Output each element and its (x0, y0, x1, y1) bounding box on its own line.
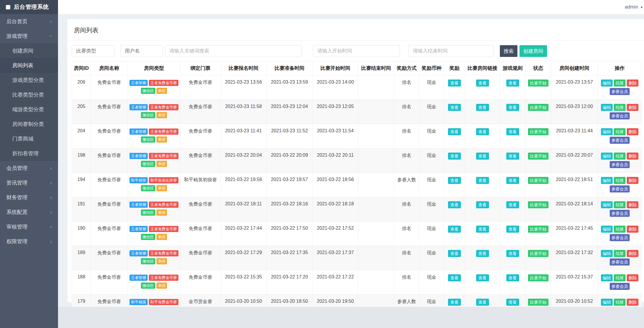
view-link-button[interactable]: 查看 (476, 201, 489, 208)
members-button[interactable]: 参赛会员 (610, 283, 630, 290)
sidebar-subitem-1[interactable]: 创建房间 (0, 43, 58, 58)
view-reward-button[interactable]: 查看 (448, 226, 461, 233)
delete-button[interactable]: 删除 (627, 299, 638, 306)
end-time-input[interactable] (408, 45, 494, 57)
view-reward-button[interactable]: 查看 (448, 153, 461, 160)
edit-button[interactable]: 编辑 (601, 201, 613, 208)
sidebar-subitem-4[interactable]: 比赛类型分类 (0, 87, 58, 102)
view-link-button[interactable]: 查看 (476, 104, 489, 111)
sidebar-subitem-6[interactable]: 房间赛制分类 (0, 117, 58, 131)
cell-room-id: 189 (72, 246, 91, 270)
settle-button[interactable]: 结算 (614, 250, 626, 257)
cell-currency: 现金 (420, 75, 444, 100)
create-room-button[interactable]: 创建房间 (519, 45, 547, 57)
delete-button[interactable]: 删除 (627, 274, 638, 281)
delete-button[interactable]: 删除 (627, 201, 638, 208)
view-reward-button[interactable]: 查看 (448, 128, 461, 135)
cell-end-time (358, 197, 394, 222)
view-rules-button[interactable]: 查看 (506, 226, 519, 233)
sidebar-item-3[interactable]: 会员管理› (0, 161, 58, 175)
delete-button[interactable]: 删除 (627, 104, 638, 111)
view-link-button[interactable]: 查看 (476, 250, 489, 257)
members-button[interactable]: 参赛会员 (610, 185, 630, 192)
settle-button[interactable]: 结算 (614, 153, 626, 160)
edit-button[interactable]: 编辑 (601, 299, 613, 306)
sidebar-item-4[interactable]: 资讯管理› (0, 175, 58, 190)
view-link-button[interactable]: 查看 (476, 177, 489, 184)
view-rules-button[interactable]: 查看 (506, 104, 519, 111)
view-link-button[interactable]: 查看 (476, 274, 489, 281)
view-rules-button[interactable]: 查看 (506, 299, 519, 306)
settle-button[interactable]: 结算 (614, 104, 626, 111)
view-rules-button[interactable]: 查看 (506, 177, 519, 184)
members-button[interactable]: 参赛会员 (610, 258, 630, 266)
sidebar-subitem-2[interactable]: 房间列表 (0, 58, 58, 73)
settle-button[interactable]: 结算 (614, 299, 626, 306)
view-reward-button[interactable]: 查看 (448, 299, 461, 306)
members-button[interactable]: 参赛会员 (610, 234, 630, 241)
start-time-input[interactable] (313, 45, 400, 57)
edit-button[interactable]: 编辑 (601, 104, 613, 111)
members-button[interactable]: 参赛会员 (610, 161, 630, 168)
room-type-tag: 王者荣耀 (130, 104, 148, 110)
view-rules-button[interactable]: 查看 (506, 80, 519, 87)
match-type-select[interactable]: 比赛类型 (72, 45, 115, 57)
delete-button[interactable]: 删除 (627, 226, 638, 233)
sidebar-item-2[interactable]: 游戏管理› (0, 29, 58, 43)
view-reward-button[interactable]: 查看 (448, 80, 461, 87)
edit-button[interactable]: 编辑 (601, 177, 613, 184)
delete-button[interactable]: 删除 (627, 128, 638, 135)
edit-button[interactable]: 编辑 (601, 226, 613, 233)
edit-button[interactable]: 编辑 (601, 128, 613, 135)
sidebar-item-5[interactable]: 财务管理› (0, 190, 58, 205)
sidebar-subitem-7[interactable]: 门票商城 (0, 131, 58, 146)
username-select[interactable]: 用户名 (120, 45, 163, 57)
members-button[interactable]: 参赛会员 (610, 137, 630, 144)
view-link-button[interactable]: 查看 (476, 226, 489, 233)
sidebar-subitem-8[interactable]: 折扣卷管理 (0, 146, 58, 161)
view-reward-button[interactable]: 查看 (448, 250, 461, 257)
user-menu[interactable]: admin ▾ (625, 4, 643, 10)
view-link-button[interactable]: 查看 (476, 80, 489, 87)
delete-button[interactable]: 删除 (627, 250, 638, 257)
sidebar-item-7[interactable]: 审核管理› (0, 219, 58, 234)
delete-button[interactable]: 删除 (627, 80, 638, 87)
view-rules-button[interactable]: 查看 (506, 153, 519, 160)
view-link-button[interactable]: 查看 (476, 299, 489, 306)
members-button[interactable]: 参赛会员 (610, 88, 630, 95)
room-type-tag: 和平精英 (130, 177, 148, 183)
view-rules-button[interactable]: 查看 (506, 274, 519, 281)
settle-button[interactable]: 结算 (614, 177, 626, 184)
view-rules-button[interactable]: 查看 (506, 250, 519, 257)
sidebar-item-6[interactable]: 系统配置› (0, 205, 58, 219)
sidebar-item-8[interactable]: 权限管理› (0, 234, 58, 249)
keyword-input[interactable] (165, 45, 302, 57)
settle-button[interactable]: 结算 (614, 201, 626, 208)
delete-button[interactable]: 删除 (627, 177, 638, 184)
view-rules-button[interactable]: 查看 (506, 128, 519, 135)
edit-button[interactable]: 编辑 (601, 153, 613, 160)
view-reward-button[interactable]: 查看 (448, 104, 461, 111)
settle-button[interactable]: 结算 (614, 128, 626, 135)
view-reward-button[interactable]: 查看 (448, 201, 461, 208)
edit-button[interactable]: 编辑 (601, 250, 613, 257)
settle-button[interactable]: 结算 (614, 274, 626, 281)
search-button[interactable]: 搜索 (500, 45, 517, 57)
view-reward-button[interactable]: 查看 (448, 274, 461, 281)
view-reward-button[interactable]: 查看 (448, 177, 461, 184)
edit-button[interactable]: 编辑 (601, 274, 613, 281)
sidebar-item-label: 游戏管理 (6, 29, 28, 43)
view-link-button[interactable]: 查看 (476, 128, 489, 135)
settle-button[interactable]: 结算 (614, 80, 626, 87)
sidebar-item-1[interactable]: 后台首页› (0, 14, 58, 29)
delete-button[interactable]: 删除 (627, 153, 638, 160)
settle-button[interactable]: 结算 (614, 226, 626, 233)
view-rules-button[interactable]: 查看 (506, 201, 519, 208)
sidebar-subitem-5[interactable]: 端游类型分类 (0, 102, 58, 117)
edit-button[interactable]: 编辑 (601, 80, 613, 87)
members-button[interactable]: 参赛会员 (610, 210, 630, 217)
members-button[interactable]: 参赛会员 (610, 112, 630, 119)
chevron-down-icon: › (43, 35, 59, 36)
sidebar-subitem-3[interactable]: 游戏类型分类 (0, 73, 58, 87)
view-link-button[interactable]: 查看 (476, 153, 489, 160)
